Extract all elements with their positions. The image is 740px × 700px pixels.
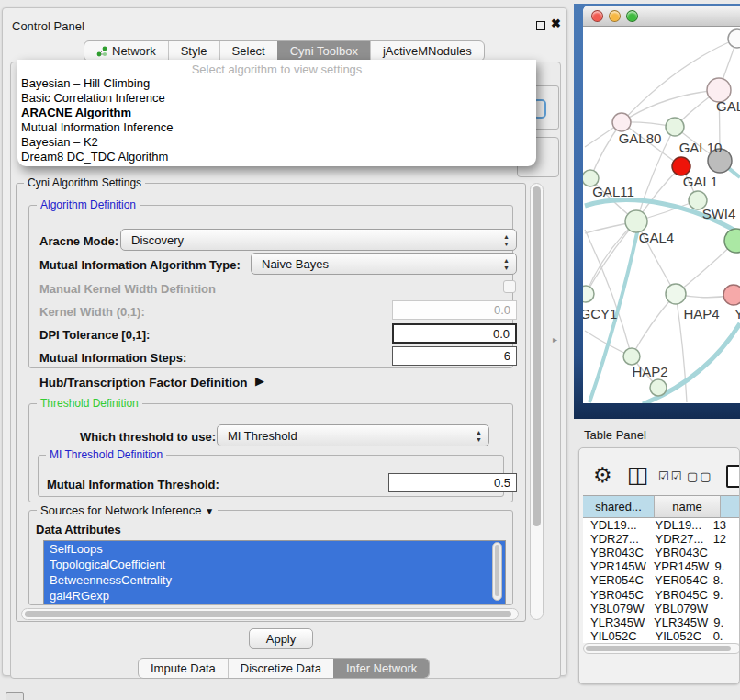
tab-infer-network[interactable]: Infer Network — [333, 659, 429, 678]
network-node-label: HAP2 — [632, 364, 667, 379]
table-cell: YDL19... — [648, 518, 708, 532]
apply-button[interactable]: Apply — [249, 628, 313, 649]
dropdown-item[interactable]: Bayesian – K2 — [17, 135, 536, 150]
attribute-list-item[interactable]: BetweennessCentrality — [44, 572, 505, 588]
tab-discretize-data[interactable]: Discretize Data — [228, 659, 333, 678]
data-attributes-label: Data Attributes — [36, 523, 121, 536]
dropdown-item[interactable]: ARACNE Algorithm — [17, 106, 536, 120]
gear-icon[interactable]: ⚙ — [593, 463, 612, 488]
dropdown-item[interactable]: Dream8 DC_TDC Algorithm — [17, 150, 536, 164]
attribute-list-item[interactable]: gal4RGexp — [44, 588, 505, 604]
tab-jactivemnodules[interactable]: jActiveMNodules — [370, 41, 484, 61]
maximize-icon[interactable] — [536, 21, 545, 30]
table-row[interactable]: YDL19...YDL19...13 — [583, 518, 740, 532]
spinner-arrows-icon: ▲▼ — [503, 257, 510, 271]
network-edge — [622, 90, 719, 122]
tab-cyni-toolbox[interactable]: Cyni Toolbox — [277, 41, 370, 61]
deselect-all-checkboxes-icon[interactable]: ▢▢ — [687, 469, 713, 483]
network-canvas[interactable]: GAL80GALGAL10GAL1GAL11SWI4GAL4GCY1HAP4YH… — [583, 27, 740, 403]
network-node[interactable] — [650, 379, 667, 396]
tab-discretize-data-label: Discretize Data — [241, 661, 321, 675]
network-node[interactable] — [728, 29, 740, 48]
mi-steps-field[interactable]: 6 — [392, 346, 517, 366]
hub-section-label[interactable]: Hub/Transcription Factor Definition — [39, 376, 248, 390]
column-header-partial[interactable] — [721, 495, 740, 518]
tab-impute-data-label: Impute Data — [151, 661, 216, 675]
network-node[interactable] — [623, 348, 640, 365]
which-threshold-label: Which threshold to use: — [80, 430, 216, 444]
table-row[interactable]: YIL052CYIL052C0. — [583, 629, 740, 643]
manual-kernel-checkbox[interactable] — [503, 280, 516, 293]
network-node-label: GAL4 — [639, 230, 674, 245]
network-node[interactable] — [583, 286, 594, 302]
network-node-label: GCY1 — [583, 306, 617, 322]
network-icon — [96, 46, 107, 57]
table-row[interactable]: YBR045CYBR045C9. — [583, 587, 740, 601]
network-node-label: GAL — [716, 98, 740, 114]
expand-panel-button-partial[interactable] — [6, 692, 24, 700]
zoom-traffic-light[interactable] — [626, 10, 638, 22]
network-node[interactable] — [723, 285, 740, 305]
dropdown-items: Bayesian – Hill ClimbingBasic Correlatio… — [17, 76, 536, 164]
table-row[interactable]: YER054CYER054C8. — [583, 573, 740, 587]
scrollbar-thumb[interactable] — [533, 186, 541, 526]
network-node[interactable] — [612, 113, 631, 131]
algorithm-definition-title: Algorithm Definition — [37, 198, 140, 211]
network-window-titlebar[interactable] — [583, 6, 740, 27]
mi-algorithm-type-select[interactable]: Naive Bayes ▲▼ — [251, 253, 517, 275]
table-row[interactable]: YBL079WYBL079W — [583, 602, 740, 615]
tab-select-label: Select — [232, 44, 265, 58]
minimize-traffic-light[interactable] — [609, 10, 621, 22]
tab-style[interactable]: Style — [168, 41, 219, 61]
table-row[interactable]: YBR043CYBR043C — [583, 546, 740, 559]
network-node[interactable] — [666, 284, 686, 304]
scrollbar-thumb[interactable] — [25, 611, 511, 617]
column-header-shared[interactable]: shared... — [583, 495, 655, 518]
network-node[interactable] — [672, 157, 690, 175]
network-node[interactable] — [666, 118, 684, 136]
table-row[interactable]: YDR27...YDR27...12 — [583, 532, 740, 546]
aracne-mode-value: Discovery — [131, 233, 184, 247]
collapsed-arrow-icon[interactable]: ▶ — [255, 374, 264, 388]
sources-group-title[interactable]: Sources for Network Inference ▼ — [37, 503, 218, 517]
kernel-width-field[interactable]: 0.0 — [392, 300, 517, 320]
manual-kernel-label: Manual Kernel Width Definition — [39, 282, 216, 296]
scrollbar-thumb[interactable] — [495, 545, 499, 596]
mi-threshold-field[interactable]: 0.5 — [388, 473, 517, 492]
tab-select[interactable]: Select — [219, 41, 277, 61]
document-icon-partial[interactable] — [726, 465, 740, 488]
table-horizontal-scrollbar[interactable] — [583, 643, 740, 654]
table-row[interactable]: YPR145WYPR145W9. — [583, 559, 740, 573]
attributes-list-scrollbar[interactable] — [492, 542, 502, 601]
network-node-label: GAL1 — [683, 174, 718, 189]
tab-jactivemnodules-label: jActiveMNodules — [383, 44, 472, 58]
tab-network[interactable]: Network — [84, 41, 168, 61]
table-cell: YDR27... — [648, 532, 708, 546]
tab-network-label: Network — [112, 44, 156, 58]
network-edge — [586, 221, 636, 294]
split-pane-collapse-icon[interactable]: ▸ — [553, 334, 557, 344]
close-icon[interactable]: ✖ — [551, 17, 561, 30]
tab-impute-data[interactable]: Impute Data — [139, 659, 228, 678]
close-traffic-light[interactable] — [591, 10, 603, 22]
attribute-list-item[interactable]: SelfLoops — [44, 541, 505, 557]
scrollbar-thumb[interactable] — [586, 646, 731, 651]
settings-horizontal-scrollbar[interactable] — [21, 608, 519, 620]
which-threshold-select[interactable]: MI Threshold ▲▼ — [217, 424, 489, 446]
table-row[interactable]: YLR345WYLR345W9. — [583, 615, 740, 629]
column-header-name[interactable]: name — [655, 495, 721, 518]
dropdown-item[interactable]: Bayesian – Hill Climbing — [17, 76, 536, 91]
settings-vertical-scrollbar[interactable] — [530, 183, 544, 620]
select-all-checkboxes-icon[interactable]: ☑☑ — [658, 469, 683, 483]
attribute-list-item[interactable]: TopologicalCoefficient — [44, 557, 505, 572]
data-attributes-list[interactable]: SelfLoopsTopologicalCoefficientBetweenne… — [43, 540, 506, 604]
aracne-mode-select[interactable]: Discovery ▲▼ — [120, 229, 517, 251]
table-cell: YDL19... — [583, 518, 648, 532]
columns-icon[interactable]: ◫ — [627, 461, 649, 488]
dpi-tolerance-field[interactable]: 0.0 — [392, 323, 517, 344]
table-cell: 9. — [708, 588, 740, 602]
dropdown-item[interactable]: Basic Correlation Inference — [17, 91, 536, 106]
dropdown-item[interactable]: Mutual Information Inference — [17, 120, 536, 135]
table-cell: YBR045C — [647, 588, 708, 602]
table-cell: YBR045C — [583, 588, 647, 602]
